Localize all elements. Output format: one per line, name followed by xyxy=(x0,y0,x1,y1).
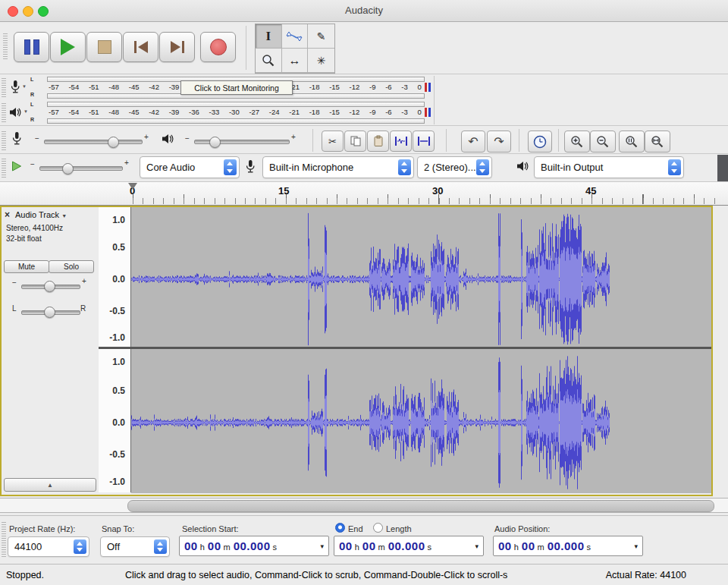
trim-audio-button[interactable] xyxy=(390,131,412,152)
recording-meter-grip[interactable] xyxy=(2,77,6,97)
hours-unit: h xyxy=(355,543,359,552)
device-toolbar-grip[interactable] xyxy=(2,158,6,178)
selection-tool-button[interactable]: I xyxy=(256,24,282,49)
track-menu-arrow-icon: ▼ xyxy=(61,213,67,219)
copy-button[interactable] xyxy=(344,131,366,152)
mute-label: Mute xyxy=(18,263,35,271)
meter-dropdown-icon[interactable]: ▼ xyxy=(22,84,27,89)
pan-slider-thumb[interactable] xyxy=(44,307,55,318)
seconds-unit: s xyxy=(587,543,592,552)
skip-to-end-button[interactable] xyxy=(159,32,195,62)
db-scale-label: -6 xyxy=(385,108,391,116)
time-format-caret-icon[interactable]: ▾ xyxy=(634,543,638,550)
mixer-toolbar-grip[interactable] xyxy=(2,131,6,150)
recording-volume-slider[interactable] xyxy=(44,140,143,144)
time-shift-tool-button[interactable]: ↔ xyxy=(282,49,309,73)
draw-tool-button[interactable]: ✎ xyxy=(308,24,334,49)
trim-icon xyxy=(394,135,408,147)
play-button[interactable] xyxy=(50,32,86,62)
playback-volume-thumb[interactable] xyxy=(209,137,221,148)
recording-volume-thumb[interactable] xyxy=(108,137,119,148)
ibeam-icon: I xyxy=(266,29,271,44)
fit-selection-button[interactable] xyxy=(619,131,645,153)
zoom-in-button[interactable] xyxy=(564,131,590,153)
time-format-caret-icon[interactable]: ▾ xyxy=(475,543,479,550)
transport-toolbar-grip[interactable] xyxy=(3,33,8,59)
fit-project-button[interactable] xyxy=(645,131,670,153)
playhead-marker[interactable] xyxy=(128,183,137,190)
audio-position-time[interactable]: 00h 00m 00.000s ▾ xyxy=(493,536,643,556)
recording-channels-select[interactable]: 2 (Stereo)... xyxy=(417,156,492,178)
record-button[interactable] xyxy=(200,32,236,62)
solo-button[interactable]: Solo xyxy=(49,260,94,273)
db-scale-label: -42 xyxy=(149,108,159,116)
db-scale-label: -39 xyxy=(169,108,180,116)
skip-to-start-button[interactable] xyxy=(123,32,158,62)
microphone-icon xyxy=(11,131,23,146)
waveform-canvas[interactable] xyxy=(131,207,711,493)
playback-device-select[interactable]: Built-in Output xyxy=(534,156,684,178)
timer-record-button[interactable] xyxy=(528,131,552,153)
playback-device-value: Built-in Output xyxy=(541,157,603,178)
snap-to-select[interactable]: Off xyxy=(100,536,170,557)
length-radio-label: Length xyxy=(386,524,412,533)
vertical-scale-left-channel[interactable]: 1.00.50.0-0.5-1.0 xyxy=(99,207,130,347)
track-title-menu[interactable]: Audio Track ▼ xyxy=(15,210,67,219)
audio-host-select[interactable]: Core Audio xyxy=(140,156,240,178)
playback-volume-slider[interactable] xyxy=(194,140,290,144)
playback-meter[interactable]: ▼ L R -57-54-51-48-45-42-39-36-33-30-27-… xyxy=(0,100,434,124)
horizontal-scrollbar[interactable] xyxy=(0,498,728,513)
play-speed-thumb[interactable] xyxy=(62,163,74,175)
selection-end-time[interactable]: 00h 00m 00.000s ▾ xyxy=(334,536,484,556)
timeline-ruler[interactable]: 0 15 30 45 xyxy=(0,182,728,206)
stop-button[interactable] xyxy=(86,32,122,62)
db-scale-label: -6 xyxy=(385,83,391,91)
hours-value: 00 xyxy=(339,539,353,552)
window-title: Audacity xyxy=(0,5,728,16)
pause-icon xyxy=(24,39,39,55)
vertical-scale-right-channel[interactable]: 1.00.50.0-0.5-1.0 xyxy=(99,350,130,492)
pause-button[interactable] xyxy=(14,32,49,62)
zoom-out-button[interactable] xyxy=(590,131,616,153)
zoom-tool-button[interactable] xyxy=(256,49,282,73)
undo-button[interactable]: ↶ xyxy=(461,131,485,153)
playback-meter-bar-right[interactable] xyxy=(47,118,425,124)
envelope-tool-button[interactable] xyxy=(282,24,309,49)
meter-dropdown-icon[interactable]: ▼ xyxy=(24,109,28,114)
monitoring-tooltip: Click to Start Monitoring xyxy=(180,80,293,95)
scrollbar-thumb[interactable] xyxy=(127,500,714,512)
chevron-updown-icon xyxy=(154,539,167,554)
speaker-icon xyxy=(161,133,174,145)
play-at-speed-icon[interactable] xyxy=(11,160,23,172)
gain-slider-thumb[interactable] xyxy=(44,281,55,292)
db-scale-label: -30 xyxy=(229,108,240,116)
clock-icon xyxy=(533,135,547,149)
play-speed-slider[interactable] xyxy=(39,166,123,171)
mute-button[interactable]: Mute xyxy=(4,260,49,273)
end-radio[interactable] xyxy=(335,523,345,533)
playback-meter-grip[interactable] xyxy=(2,102,6,122)
close-track-button[interactable]: × xyxy=(5,209,10,220)
audio-position-label: Audio Position: xyxy=(494,524,550,533)
collapse-track-button[interactable]: ▲ xyxy=(4,478,96,492)
cut-button[interactable]: ✂ xyxy=(322,131,344,152)
amplitude-label: -1.0 xyxy=(109,332,125,343)
project-rate-select[interactable]: 44100 xyxy=(8,536,89,557)
time-format-caret-icon[interactable]: ▾ xyxy=(320,543,324,550)
length-radio[interactable] xyxy=(373,523,383,533)
seconds-value: 00.000 xyxy=(548,539,585,552)
undo-icon: ↶ xyxy=(468,134,478,149)
selection-start-time[interactable]: 00h 00m 00.000s ▾ xyxy=(179,536,329,556)
redo-button[interactable]: ↷ xyxy=(487,131,511,153)
hours-value: 00 xyxy=(498,539,512,552)
selection-toolbar-grip[interactable] xyxy=(2,522,6,557)
selection-start-label: Selection Start: xyxy=(182,524,239,533)
paste-button[interactable] xyxy=(367,131,389,152)
recording-device-select[interactable]: Built-in Microphone xyxy=(262,156,414,178)
multi-tool-button[interactable]: ✳ xyxy=(308,49,334,73)
amplitude-label: -0.5 xyxy=(109,449,125,460)
playback-meter-bar-left[interactable] xyxy=(47,102,425,107)
silence-audio-button[interactable] xyxy=(413,131,435,152)
fit-project-icon xyxy=(651,135,664,149)
chevron-updown-icon xyxy=(668,159,681,175)
